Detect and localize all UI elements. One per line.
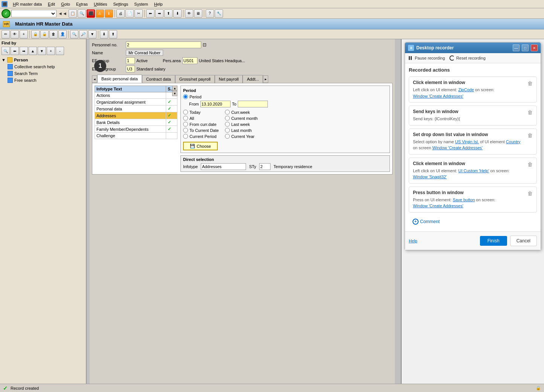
infotype-actions-cell[interactable]: Actions [95,92,166,99]
magnify-button[interactable]: 🔎 [79,30,87,38]
delete-button[interactable]: 🗑 [49,30,58,38]
tab-scroll-left[interactable]: ◄ [92,75,97,83]
radio-current-year[interactable] [225,134,230,139]
print-list-button[interactable]: 📋 [69,9,77,18]
action-link-country[interactable]: Country [506,139,521,144]
action-link-save-button[interactable]: Save button [453,198,475,202]
menu-utilities[interactable]: Utilities [91,1,110,7]
radio-to-current-date[interactable] [183,128,188,133]
radio-all[interactable] [183,116,188,121]
table-row[interactable]: Bank Details ✓ [95,119,177,126]
tab-addt[interactable]: Addt... [243,75,263,83]
action-delete-3[interactable]: 🗑 [527,132,533,139]
search-btn-2[interactable]: 🔍 [70,30,78,38]
menu-goto[interactable]: Goto [58,1,73,7]
from-date-input[interactable] [200,101,231,107]
tab-scroll-right[interactable]: ► [263,75,268,83]
add-comment-button[interactable]: + Comment [409,216,537,228]
action-delete-5[interactable]: 🗑 [527,190,533,197]
sty-input[interactable] [259,163,270,170]
table-row[interactable]: Personal data ✓ [95,106,177,112]
table-row[interactable]: Challenge [95,133,177,139]
tree-item-free-search[interactable]: Free search [2,77,84,84]
radio-current-period[interactable] [183,134,188,139]
menu-edit[interactable]: Edit [45,1,58,7]
finish-button[interactable]: Finish [480,236,507,246]
ee-subgroup-input[interactable] [126,66,135,72]
find-button[interactable]: 🔍 [78,9,86,18]
table-row[interactable]: Actions [95,92,177,99]
down-button[interactable]: ⬇ [100,30,108,38]
display-button[interactable]: 👁 [185,9,193,18]
radio-period[interactable] [183,94,188,99]
up-button[interactable]: ⬆ [109,30,117,38]
tab-net-payroll[interactable]: Net payroll [215,75,243,83]
pers-area-code-input[interactable] [182,57,197,64]
action-delete-4[interactable]: 🗑 [527,161,533,168]
infotype-personal-cell[interactable]: Personal data [95,106,166,112]
radio-current-month[interactable] [225,116,230,121]
first-record-button[interactable]: ⬆ [164,9,173,18]
to-date-input[interactable] [238,101,268,107]
action-link-create-addr-2[interactable]: Window 'Create Addresses' [432,145,483,150]
tree-search-btn3[interactable]: ➡ [20,47,28,55]
infotype-bank-cell[interactable]: Bank Details [95,119,166,126]
action-link-us-virgin[interactable]: US Virgin Isl. [455,139,479,144]
help-button[interactable]: ? [206,9,214,18]
infotype-family-cell[interactable]: Family Member/Dependents [95,126,166,133]
infotype-challenge-cell[interactable]: Challenge [95,133,166,139]
edit-mode-button[interactable]: ✏ [2,30,10,38]
lock-button[interactable]: 🔒 [31,30,40,38]
tree-item-collective-search[interactable]: Collective search help [2,63,84,70]
filter-button[interactable]: ▼ [88,30,96,38]
print-button[interactable]: 🖨 [116,9,125,18]
action-delete-1[interactable]: 🗑 [527,80,533,87]
tab-gross-net-payroll[interactable]: Gross/net payroll [175,75,215,83]
stop-button[interactable]: ⬛ [87,9,95,18]
infotype-org-cell[interactable]: Organizational assignment [95,99,166,106]
tab-contract-data[interactable]: Contract data [142,75,175,83]
pause-recording-button[interactable]: Pause recording [409,56,445,60]
radio-today[interactable] [183,110,188,115]
prev-record-button[interactable]: ⬅ [146,9,154,18]
info-button[interactable]: ℹ [105,9,113,18]
radio-last-month[interactable] [225,128,230,133]
cancel-button[interactable]: Cancel [510,236,537,246]
action-link-create-addr-3[interactable]: Window 'Create Addresses' [413,204,463,208]
menu-hr-master-data[interactable]: HR master data [10,1,45,7]
tree-search-btn7[interactable]: - [56,47,64,55]
list-scroll-down[interactable]: ▼ [172,91,177,96]
radio-last-week[interactable] [225,122,230,127]
list-scroll-up[interactable]: ▲ [172,86,177,91]
radio-from-curr-date[interactable] [183,122,188,127]
choose-button[interactable]: 💾 Choose [183,142,218,150]
action-link-create-addr-1[interactable]: Window 'Create Addresses' [413,94,463,98]
tree-search-btn2[interactable]: ⬅ [11,47,19,55]
recorder-maximize-button[interactable]: □ [522,44,529,51]
action-link-snagit32[interactable]: Window 'Snagit32' [413,175,447,179]
menu-help[interactable]: Help [151,1,166,7]
recorder-close-button[interactable]: ✕ [531,44,538,51]
new-button[interactable]: + [20,30,28,38]
menu-system[interactable]: System [131,1,151,7]
personnel-no-expand-icon[interactable]: ⊡ [203,42,206,47]
monitor-button[interactable]: 🖥 [194,9,202,18]
warning-button[interactable]: ⚠ [96,9,104,18]
table-row-selected[interactable]: Addresses ✓ [95,112,177,119]
user-button[interactable]: 👤 [58,30,67,38]
action-link-ui-custom-help[interactable]: UI Custom 'Help' [458,168,489,173]
tab-basic-personal-data[interactable]: Basic personal data [97,75,142,83]
next-record-button[interactable]: ➡ [155,9,164,18]
table-row[interactable]: Organizational assignment ✓ [95,99,177,106]
menu-extras[interactable]: Extras [73,1,91,7]
scissors-button[interactable]: ✂ [134,9,143,18]
status-ok-button[interactable]: ✓ [2,9,11,18]
tree-item-person[interactable]: ▼ Person [2,57,84,63]
menu-settings[interactable]: Settings [110,1,131,7]
recorder-minimize-button[interactable]: — [513,44,520,51]
table-row[interactable]: Family Member/Dependents ✓ [95,126,177,133]
tree-search-btn4[interactable]: ▲ [29,47,37,55]
clipboard-button[interactable]: 📄 [125,9,134,18]
ee-group-input[interactable] [126,57,135,64]
action-link-zipcode[interactable]: ZipCode [458,87,474,92]
